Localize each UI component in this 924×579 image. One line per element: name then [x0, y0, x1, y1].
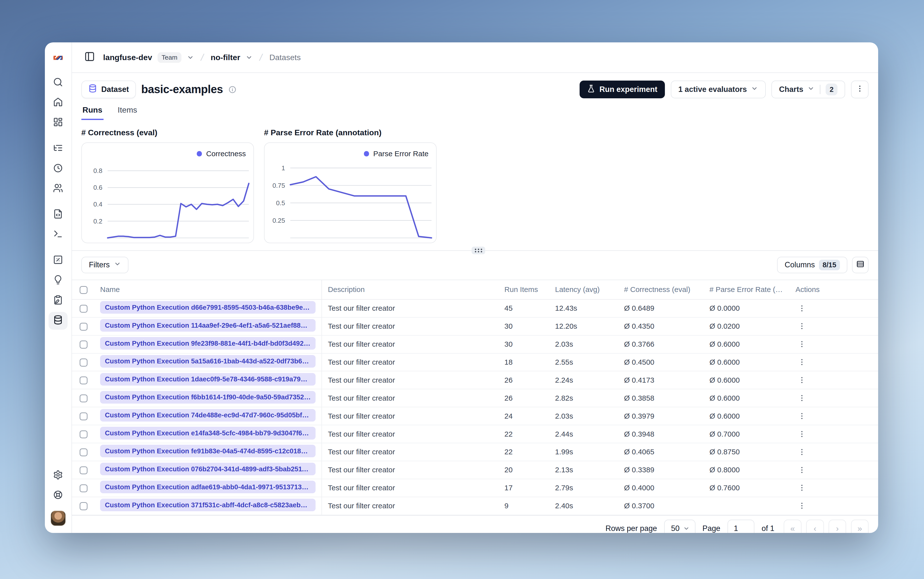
- runs-table: Name Description Run Items Latency (avg)…: [72, 280, 878, 515]
- row-actions-button[interactable]: [796, 499, 809, 512]
- sidebar-home-button[interactable]: [49, 94, 67, 112]
- run-description: Test our filter creator: [322, 461, 498, 479]
- page-actions-menu-button[interactable]: [851, 80, 869, 98]
- svg-text:0.25: 0.25: [272, 217, 285, 224]
- sidebar-insights-button[interactable]: [49, 272, 67, 290]
- info-icon[interactable]: [228, 85, 236, 93]
- sidebar-settings-button[interactable]: [49, 467, 67, 485]
- svg-text:0.4: 0.4: [93, 201, 102, 208]
- row-checkbox[interactable]: [80, 412, 87, 420]
- last-page-button[interactable]: »: [851, 520, 869, 533]
- chevron-down-icon: [114, 260, 121, 270]
- row-actions-button[interactable]: [796, 481, 809, 494]
- sidebar-users-button[interactable]: [49, 180, 67, 198]
- row-checkbox[interactable]: [80, 323, 87, 330]
- sidebar-prompts-button[interactable]: [49, 206, 67, 224]
- table-row: Custom Python Execution fe91b83e-04a5-47…: [72, 443, 878, 461]
- users-icon: [53, 183, 63, 195]
- row-checkbox[interactable]: [80, 448, 87, 456]
- row-checkbox[interactable]: [80, 358, 87, 366]
- latency-value: 1.99s: [549, 443, 618, 461]
- run-name-link[interactable]: Custom Python Execution 74de488e-ec9d-47…: [100, 409, 316, 422]
- row-checkbox[interactable]: [80, 376, 87, 384]
- run-name-link[interactable]: Custom Python Execution 114aa9ef-29e6-4e…: [100, 319, 316, 332]
- row-checkbox[interactable]: [80, 430, 87, 438]
- run-items-value: 22: [498, 425, 549, 443]
- run-name-link[interactable]: Custom Python Execution f6bb1614-1f90-40…: [100, 391, 316, 404]
- user-avatar[interactable]: [51, 510, 66, 526]
- breadcrumb-section[interactable]: Datasets: [269, 53, 301, 62]
- rows-per-page-select[interactable]: 50: [664, 520, 695, 533]
- run-name-link[interactable]: Custom Python Execution 5a15a616-1bab-44…: [100, 355, 316, 368]
- row-actions-button[interactable]: [796, 338, 809, 351]
- sidebar-annotation-button[interactable]: [49, 292, 67, 310]
- row-actions-button[interactable]: [796, 374, 809, 387]
- correctness-value: Ø 0.4350: [618, 317, 704, 335]
- row-actions-button[interactable]: [796, 427, 809, 440]
- sidebar-playground-button[interactable]: [49, 226, 67, 244]
- table-row: Custom Python Execution adfae619-abb0-4d…: [72, 479, 878, 497]
- run-experiment-button[interactable]: Run experiment: [580, 80, 665, 98]
- run-name-link[interactable]: Custom Python Execution e14fa348-5cfc-49…: [100, 427, 316, 439]
- row-height-button[interactable]: [852, 257, 868, 273]
- charts-dropdown[interactable]: Charts 2: [772, 80, 845, 98]
- sidebar-sessions-button[interactable]: [49, 160, 67, 178]
- active-evaluators-dropdown[interactable]: 1 active evaluators: [671, 80, 766, 98]
- run-name-link[interactable]: Custom Python Execution fe91b83e-04a5-47…: [100, 445, 316, 457]
- row-actions-button[interactable]: [796, 463, 809, 476]
- sidebar-tracing-button[interactable]: [49, 140, 67, 158]
- row-checkbox[interactable]: [80, 466, 87, 474]
- tab-items[interactable]: Items: [116, 105, 138, 120]
- column-header-latency[interactable]: Latency (avg): [549, 280, 618, 299]
- sidebar-datasets-button[interactable]: [49, 312, 67, 330]
- next-page-button[interactable]: ›: [829, 520, 846, 533]
- row-actions-button[interactable]: [796, 356, 809, 369]
- row-checkbox[interactable]: [80, 340, 87, 348]
- chart-resize-handle[interactable]: [472, 247, 485, 254]
- row-actions-button[interactable]: [796, 391, 809, 404]
- sidebar-support-button[interactable]: [49, 487, 67, 505]
- run-description: Test our filter creator: [322, 317, 498, 335]
- dataset-entity-pill: Dataset: [81, 80, 136, 98]
- row-checkbox[interactable]: [80, 305, 87, 312]
- run-name-link[interactable]: Custom Python Execution 371f531c-abff-4d…: [100, 499, 316, 511]
- run-name-link[interactable]: Custom Python Execution 9fe23f98-881e-44…: [100, 337, 316, 350]
- row-checkbox[interactable]: [80, 484, 87, 492]
- chevron-down-icon[interactable]: [246, 54, 253, 61]
- column-header-description[interactable]: Description: [322, 280, 498, 299]
- first-page-button[interactable]: «: [784, 520, 801, 533]
- row-actions-button[interactable]: [796, 320, 809, 333]
- sidebar-toggle-button[interactable]: [81, 49, 98, 66]
- chart-parse-error-rate: # Parse Error Rate (annotation) 10.750.5…: [264, 120, 437, 244]
- row-checkbox[interactable]: [80, 394, 87, 402]
- row-actions-button[interactable]: [796, 302, 809, 315]
- sidebar-scores-button[interactable]: [49, 252, 67, 270]
- select-all-checkbox[interactable]: [80, 286, 87, 294]
- previous-page-button[interactable]: ‹: [806, 520, 824, 533]
- chevron-down-icon[interactable]: [187, 54, 194, 61]
- row-actions-button[interactable]: [796, 409, 809, 422]
- row-actions-button[interactable]: [796, 445, 809, 458]
- column-header-run-items[interactable]: Run Items: [498, 280, 549, 299]
- row-checkbox[interactable]: [80, 502, 87, 510]
- run-name-link[interactable]: Custom Python Execution 076b2704-341d-48…: [100, 463, 316, 475]
- columns-dropdown[interactable]: Columns 8/15: [777, 257, 847, 273]
- column-header-name[interactable]: Name: [94, 280, 322, 299]
- clock-icon: [53, 163, 63, 175]
- svg-text:0.8: 0.8: [93, 167, 102, 175]
- sidebar-search-button[interactable]: [49, 74, 67, 92]
- breadcrumb-project[interactable]: langfuse-dev: [103, 53, 152, 62]
- tab-runs[interactable]: Runs: [81, 105, 103, 120]
- filters-dropdown[interactable]: Filters: [81, 257, 128, 273]
- column-header-correctness[interactable]: # Correctness (eval): [618, 280, 704, 299]
- page-header: Dataset basic-examples Run experiment 1 …: [72, 73, 878, 98]
- run-description: Test our filter creator: [322, 389, 498, 407]
- breadcrumb-environment[interactable]: no-filter: [211, 53, 240, 62]
- run-name-link[interactable]: Custom Python Execution 1daec0f9-5e78-43…: [100, 373, 316, 386]
- run-name-link[interactable]: Custom Python Execution d66e7991-8595-45…: [100, 301, 316, 314]
- sidebar-dashboards-button[interactable]: [49, 114, 67, 132]
- list-tree-icon: [53, 143, 63, 155]
- run-name-link[interactable]: Custom Python Execution adfae619-abb0-4d…: [100, 481, 316, 493]
- column-header-parse-error[interactable]: # Parse Error Rate (an...: [704, 280, 790, 299]
- page-number-input[interactable]: [727, 520, 755, 533]
